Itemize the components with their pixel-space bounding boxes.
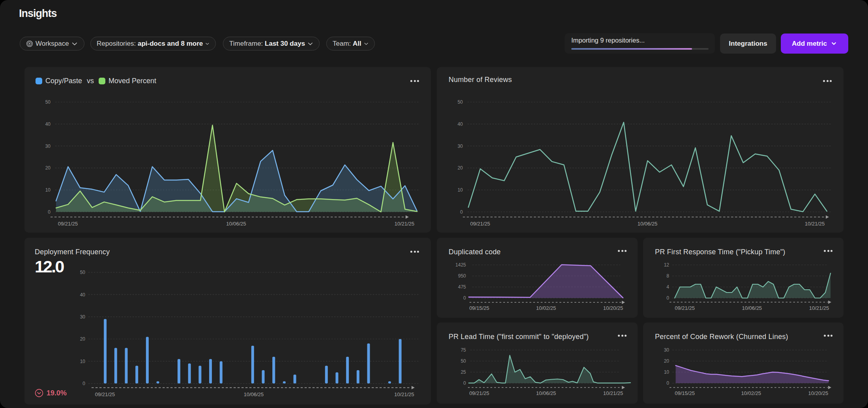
svg-text:10/21/25: 10/21/25: [394, 391, 414, 397]
svg-text:20: 20: [664, 358, 670, 364]
svg-text:20: 20: [45, 165, 51, 171]
svg-text:10/06/25: 10/06/25: [742, 305, 762, 311]
svg-text:09/15/25: 09/15/25: [469, 305, 489, 311]
svg-text:50: 50: [80, 270, 86, 275]
svg-text:30: 30: [458, 143, 463, 149]
svg-text:10/06/25: 10/06/25: [536, 390, 556, 396]
svg-text:75: 75: [461, 347, 466, 353]
svg-text:1425: 1425: [455, 262, 466, 268]
svg-text:4: 4: [666, 284, 669, 290]
svg-text:0: 0: [48, 209, 51, 215]
svg-text:25: 25: [461, 369, 466, 375]
svg-text:12: 12: [664, 262, 670, 268]
svg-text:0: 0: [666, 380, 669, 386]
svg-text:09/21/25: 09/21/25: [469, 390, 489, 396]
svg-text:09/21/25: 09/21/25: [675, 305, 695, 311]
svg-text:30: 30: [80, 314, 86, 320]
svg-text:0: 0: [463, 380, 466, 386]
svg-text:10/21/25: 10/21/25: [809, 305, 829, 311]
svg-text:40: 40: [45, 121, 51, 127]
svg-text:10/02/25: 10/02/25: [741, 390, 761, 396]
svg-text:0: 0: [666, 295, 669, 301]
svg-text:50: 50: [458, 99, 463, 105]
svg-text:10/21/25: 10/21/25: [805, 221, 825, 227]
svg-text:40: 40: [80, 292, 86, 298]
svg-text:09/21/25: 09/21/25: [95, 391, 115, 397]
svg-text:10/02/25: 10/02/25: [536, 305, 556, 311]
svg-text:10/06/25: 10/06/25: [638, 221, 658, 227]
svg-text:10/06/25: 10/06/25: [244, 391, 264, 397]
svg-text:10: 10: [458, 187, 463, 193]
svg-text:20: 20: [458, 165, 463, 171]
svg-text:8: 8: [666, 273, 669, 279]
svg-text:09/21/25: 09/21/25: [470, 221, 490, 227]
svg-text:30: 30: [45, 143, 51, 149]
svg-text:30: 30: [664, 347, 670, 353]
svg-text:09/21/25: 09/21/25: [58, 221, 78, 227]
svg-text:0: 0: [82, 381, 85, 386]
svg-text:50: 50: [45, 99, 51, 105]
svg-text:950: 950: [458, 273, 466, 279]
svg-text:10/21/25: 10/21/25: [603, 390, 623, 396]
svg-text:10/20/25: 10/20/25: [603, 305, 623, 311]
svg-text:0: 0: [463, 295, 466, 301]
svg-text:10: 10: [80, 359, 86, 364]
svg-text:10/21/25: 10/21/25: [395, 221, 415, 227]
svg-text:20: 20: [80, 336, 86, 342]
svg-text:09/15/25: 09/15/25: [675, 390, 695, 396]
svg-text:10/20/25: 10/20/25: [808, 390, 829, 396]
svg-text:10: 10: [45, 187, 51, 193]
svg-text:0: 0: [460, 209, 463, 215]
svg-text:10: 10: [664, 369, 670, 375]
svg-text:40: 40: [458, 121, 463, 127]
svg-text:475: 475: [458, 284, 466, 290]
svg-text:50: 50: [461, 358, 466, 364]
svg-text:10/06/25: 10/06/25: [226, 221, 246, 227]
